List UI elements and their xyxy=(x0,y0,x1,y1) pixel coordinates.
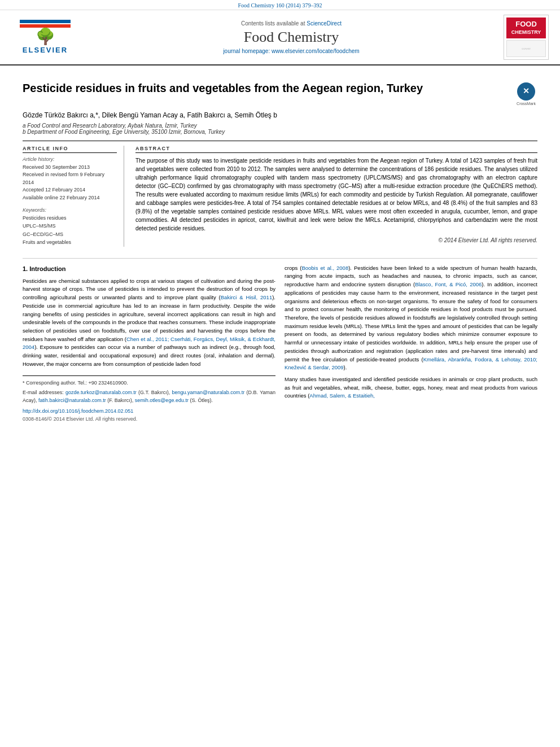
ref-ahmad[interactable]: Ahmad, Salem, & Estaitieh, xyxy=(309,392,375,399)
main-content: Pesticide residues in fruits and vegetab… xyxy=(0,65,560,435)
keywords-section: Keywords: Pesticides residues UPLC–MS/MS… xyxy=(23,207,117,247)
journal-cover-image: cover xyxy=(506,40,546,57)
affiliation-a: a Food Control and Research Laboratory, … xyxy=(23,123,537,129)
ref-blasco[interactable]: Blasco, Font, & Picó, 2006 xyxy=(415,281,482,287)
crossmark-label: CrossMark xyxy=(517,102,536,106)
authors-line: Gözde Türköz Bakırcı a,*, Dilek Bengü Ya… xyxy=(23,111,537,119)
ref-chen[interactable]: Chen et al., 2011; Cserháti, Forgács, De… xyxy=(23,336,275,351)
history-label: Article history: xyxy=(23,156,117,162)
history-received: Received 30 September 2013 xyxy=(23,164,117,172)
elsevier-tree-icon: 🌳 xyxy=(36,29,55,45)
journal-homepage-url[interactable]: www.elsevier.com/locate/foodchem xyxy=(272,48,360,54)
elsevier-logo: 🌳 ELSEVIER xyxy=(11,20,79,54)
keyword-1: Pesticides residues xyxy=(23,214,117,222)
authors-text: Gözde Türköz Bakırcı a,*, Dilek Bengü Ya… xyxy=(23,111,277,119)
keyword-3: GC–ECD/GC–MS xyxy=(23,230,117,238)
email-semih[interactable]: semih.otles@ege.edu.tr xyxy=(135,397,189,403)
intro-col1-p1: Pesticides are chemical substances appli… xyxy=(23,277,275,369)
article-title: Pesticide residues in fruits and vegetab… xyxy=(23,80,515,96)
affiliation-b: b Department of Food Engineering, Ege Un… xyxy=(23,129,537,135)
history-revised: Received in revised form 9 February 2014 xyxy=(23,171,117,186)
journal-header: 🌳 ELSEVIER Contents lists available at S… xyxy=(0,10,560,65)
body-col-left: 1. Introduction Pesticides are chemical … xyxy=(23,264,275,424)
article-info-col: ARTICLE INFO Article history: Received 3… xyxy=(23,146,124,247)
email-label: E-mail addresses: xyxy=(23,390,64,395)
footnote-star: * Corresponding author. Tel.: +90 232461… xyxy=(23,379,275,387)
copyright-line: © 2014 Elsevier Ltd. All rights reserved… xyxy=(135,237,537,243)
article-info-abstract: ARTICLE INFO Article history: Received 3… xyxy=(23,141,537,247)
journal-center: Contents lists available at ScienceDirec… xyxy=(79,20,504,54)
article-info-heading: ARTICLE INFO xyxy=(23,146,117,153)
sciencedirect-notice: Contents lists available at ScienceDirec… xyxy=(85,20,498,27)
article-body: 1. Introduction Pesticides are chemical … xyxy=(23,258,537,424)
ref-boobis[interactable]: Boobis et al., 2008 xyxy=(301,265,348,271)
citation-bar: Food Chemistry 160 (2014) 379–392 xyxy=(0,0,560,10)
journal-title: Food Chemistry xyxy=(85,29,498,46)
food-chemistry-logo: FOOD CHEMISTRY xyxy=(506,18,546,38)
intro-col2-p1: crops (Boobis et al., 2008). Pesticides … xyxy=(285,264,537,372)
affiliations: a Food Control and Research Laboratory, … xyxy=(23,123,537,135)
email-gozde[interactable]: gozde.turkoz@naturalab.com.tr xyxy=(65,390,137,395)
sciencedirect-link-text[interactable]: ScienceDirect xyxy=(307,20,342,27)
ref-kmellara[interactable]: Kmellára, Abrankña, Fodora, & Lehotay, 2… xyxy=(285,356,537,371)
abstract-heading: ABSTRACT xyxy=(135,146,537,153)
footer-section: * Corresponding author. Tel.: +90 232461… xyxy=(23,375,275,424)
footnote-emails: E-mail addresses: gozde.turkoz@naturalab… xyxy=(23,388,275,405)
abstract-text: The purpose of this study was to investi… xyxy=(135,156,537,233)
keywords-label: Keywords: xyxy=(23,207,117,213)
abstract-col: ABSTRACT The purpose of this study was t… xyxy=(135,146,537,247)
history-online: Available online 22 February 2014 xyxy=(23,194,117,202)
crossmark-badge[interactable]: ✕ CrossMark xyxy=(515,82,537,106)
body-col-right: crops (Boobis et al., 2008). Pesticides … xyxy=(285,264,537,424)
logo-food: FOOD xyxy=(510,20,542,29)
article-title-section: Pesticide residues in fruits and vegetab… xyxy=(23,80,537,106)
keyword-2: UPLC–MS/MS xyxy=(23,222,117,230)
elsevier-wordmark: ELSEVIER xyxy=(23,46,68,54)
doi-link[interactable]: http://dx.doi.org/10.1016/j.foodchem.201… xyxy=(23,408,275,416)
logo-chemistry: CHEMISTRY xyxy=(511,29,541,35)
intro-col2-p2: Many studies have investigated and ident… xyxy=(285,375,537,400)
journal-homepage: journal homepage: www.elsevier.com/locat… xyxy=(85,48,498,54)
crossmark-icon: ✕ xyxy=(517,82,535,101)
issn-line: 0308-8146/© 2014 Elsevier Ltd. All right… xyxy=(23,416,275,423)
journal-logo-box: FOOD CHEMISTRY cover xyxy=(504,15,549,60)
history-accepted: Accepted 12 February 2014 xyxy=(23,186,117,194)
citation-text: Food Chemistry 160 (2014) 379–392 xyxy=(238,2,322,8)
email-bengu[interactable]: bengu.yaman@naturalab.com.tr xyxy=(172,390,245,395)
keyword-4: Fruits and vegetables xyxy=(23,238,117,246)
intro-heading: 1. Introduction xyxy=(23,264,275,274)
email-fatih[interactable]: fatih.bakirci@naturalab.com.tr xyxy=(38,397,106,403)
ref-bakirci[interactable]: Bakirci & Hisil, 2011 xyxy=(221,294,272,300)
logo-stripe-blue xyxy=(20,20,71,23)
